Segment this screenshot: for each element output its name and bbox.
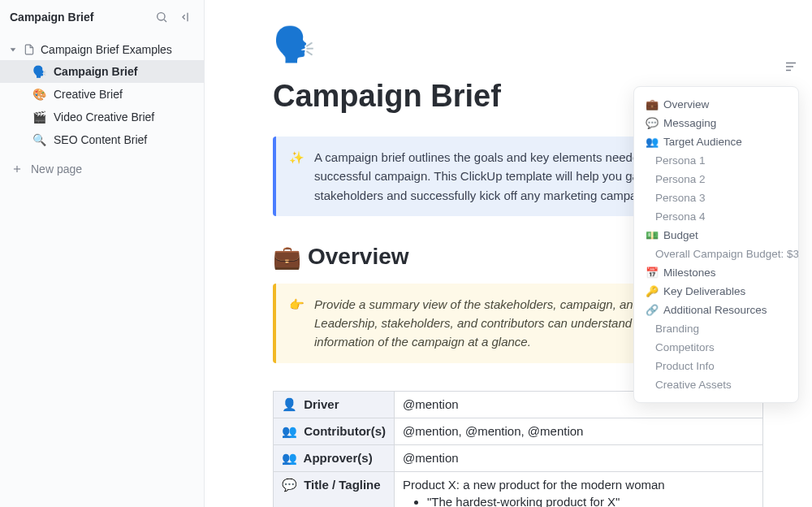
row-emoji-icon: 💬	[282, 478, 297, 492]
chevron-down-icon[interactable]	[8, 45, 18, 54]
sparkles-icon: ✨	[289, 148, 304, 205]
toc-label: Persona 2	[655, 173, 706, 185]
toc-label: Budget	[663, 229, 698, 241]
toc-item[interactable]: 💬Messaging	[634, 114, 798, 132]
toc-label: Creative Assets	[655, 379, 732, 391]
toc-label: Persona 4	[655, 210, 706, 223]
toc-emoji-icon: 💵	[646, 229, 659, 241]
row-emoji-icon: 👥	[282, 451, 297, 465]
sidebar-header-actions	[153, 9, 194, 25]
sidebar-root-label: Campaign Brief Examples	[41, 43, 172, 56]
toc-subitem[interactable]: Creative Assets	[634, 375, 798, 394]
toc-emoji-icon: 🔗	[646, 304, 659, 316]
sidebar-item-label: Creative Brief	[54, 88, 123, 101]
page-emoji-icon: 🎬	[32, 110, 47, 124]
page-icon	[23, 43, 36, 56]
toc-label: Messaging	[663, 117, 716, 129]
sidebar-root-item[interactable]: Campaign Brief Examples	[0, 39, 204, 60]
row-emoji-icon: 👥	[282, 424, 297, 438]
table-row: 👥 Approver(s)@mention	[274, 444, 763, 471]
sidebar: Campaign Brief Campaign Brief Examples	[0, 0, 205, 507]
page-emoji-icon: 🗣️	[32, 65, 47, 78]
toc-emoji-icon: 👥	[646, 136, 659, 148]
toc-subitem[interactable]: Persona 1	[634, 151, 798, 170]
plus-icon	[11, 163, 23, 175]
toc-emoji-icon: 💼	[646, 98, 659, 110]
toc-subitem[interactable]: Overall Campaign Budget: $3,…	[634, 245, 798, 263]
sidebar-tree: Campaign Brief Examples 🗣️Campaign Brief…	[0, 34, 204, 156]
toc-item[interactable]: 💼Overview	[634, 95, 798, 114]
table-row-label: 💬 Title / Tagline	[274, 471, 395, 507]
toc-label: Persona 3	[655, 192, 706, 204]
toc-label: Milestones	[663, 266, 716, 279]
sidebar-item-label: SEO Content Brief	[54, 133, 147, 146]
toc-emoji-icon: 💬	[646, 117, 659, 129]
pointing-hand-icon: 👉	[289, 295, 304, 352]
toc-item[interactable]: 🔑Key Deliverables	[634, 282, 798, 301]
toc-item[interactable]: 💵Budget	[634, 226, 798, 245]
toc-label: Persona 1	[655, 154, 706, 167]
toc-subitem[interactable]: Persona 3	[634, 188, 798, 207]
table-of-contents: 💼Overview💬Messaging👥Target AudiencePerso…	[633, 86, 799, 403]
page-emoji-icon: 🔍	[32, 133, 47, 146]
toc-label: Competitors	[655, 341, 715, 353]
new-page-button[interactable]: New page	[0, 156, 204, 182]
svg-marker-3	[11, 48, 16, 51]
toc-label: Key Deliverables	[663, 285, 745, 297]
sidebar-title: Campaign Brief	[10, 11, 93, 24]
briefcase-icon: 💼	[273, 244, 301, 271]
row-emoji-icon: 👤	[282, 397, 297, 411]
toc-label: Overall Campaign Budget: $3,…	[655, 248, 798, 260]
toc-item[interactable]: 👥Target Audience	[634, 132, 798, 151]
toc-subitem[interactable]: Competitors	[634, 338, 798, 357]
toc-subitem[interactable]: Persona 2	[634, 170, 798, 188]
toc-subitem[interactable]: Persona 4	[634, 207, 798, 226]
table-row-value[interactable]: @mention, @mention, @mention	[394, 418, 762, 444]
toc-label: Additional Resources	[663, 304, 767, 316]
new-page-label: New page	[31, 162, 82, 176]
document-emoji[interactable]: 🗣️	[273, 24, 763, 64]
toc-label: Product Info	[655, 360, 715, 372]
sidebar-item[interactable]: 🔍SEO Content Brief	[0, 128, 204, 151]
table-row-value[interactable]: Product X: a new product for the modern …	[394, 471, 762, 507]
table-row-label: 👥 Contributor(s)	[274, 418, 395, 444]
page-emoji-icon: 🎨	[32, 88, 47, 101]
sidebar-item-label: Campaign Brief	[54, 65, 137, 78]
document-main: 🗣️ Campaign Brief ✨ A campaign brief out…	[205, 0, 812, 507]
table-row-value[interactable]: @mention	[394, 444, 762, 471]
toc-label: Branding	[655, 323, 699, 335]
toc-item[interactable]: 🔗Additional Resources	[634, 301, 798, 319]
sidebar-item[interactable]: 🗣️Campaign Brief	[0, 60, 204, 83]
toc-subitem[interactable]: Branding	[634, 319, 798, 338]
toc-toggle-icon[interactable]	[783, 58, 799, 75]
sidebar-item[interactable]: 🎨Creative Brief	[0, 83, 204, 106]
toc-emoji-icon: 📅	[646, 266, 659, 279]
toc-label: Overview	[663, 98, 709, 110]
sidebar-item[interactable]: 🎬Video Creative Brief	[0, 106, 204, 128]
sidebar-children: 🗣️Campaign Brief🎨Creative Brief🎬Video Cr…	[0, 60, 204, 151]
list-item: "The hardest-working product for X"	[427, 495, 754, 508]
tagline-list: "The hardest-working product for X""The …	[427, 495, 754, 508]
toc-item[interactable]: 📅Milestones	[634, 263, 798, 282]
table-row: 💬 Title / TaglineProduct X: a new produc…	[274, 471, 763, 507]
search-icon[interactable]	[153, 9, 170, 25]
toc-label: Target Audience	[663, 136, 742, 148]
stakeholder-table: 👤 Driver@mention👥 Contributor(s)@mention…	[273, 391, 763, 508]
overview-heading-text: Overview	[308, 244, 409, 270]
svg-line-1	[164, 20, 166, 22]
table-row-label: 👥 Approver(s)	[274, 444, 395, 471]
sidebar-item-label: Video Creative Brief	[54, 110, 154, 124]
table-row: 👥 Contributor(s)@mention, @mention, @men…	[274, 418, 763, 444]
toc-emoji-icon: 🔑	[646, 285, 659, 297]
collapse-sidebar-icon[interactable]	[178, 9, 194, 25]
svg-point-0	[158, 13, 165, 20]
table-row-label: 👤 Driver	[274, 391, 395, 418]
sidebar-header: Campaign Brief	[0, 0, 204, 34]
toc-subitem[interactable]: Product Info	[634, 357, 798, 375]
